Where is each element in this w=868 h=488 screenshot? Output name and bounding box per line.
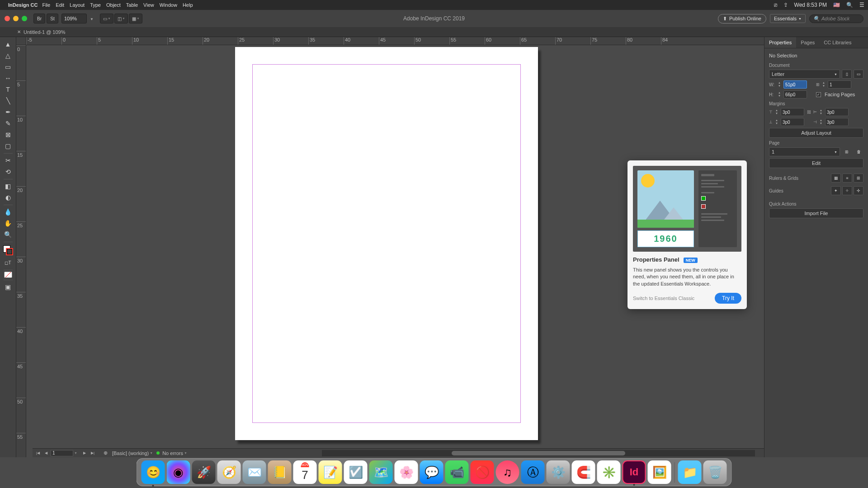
selection-tool[interactable]: ▲ xyxy=(2,39,14,50)
link-margins-icon[interactable]: ⛓ xyxy=(807,110,811,114)
dock-contacts[interactable]: 📒 xyxy=(268,460,292,484)
columns-input[interactable] xyxy=(828,80,851,89)
view-option-2[interactable]: ◫▼ xyxy=(114,14,128,23)
horizontal-scrollbar[interactable] xyxy=(322,450,755,456)
workspace-switcher[interactable]: Essentials ▼ xyxy=(770,14,806,23)
margin-left-input[interactable] xyxy=(825,108,849,116)
gradient-swatch-tool[interactable]: ◧ xyxy=(2,181,14,192)
margin-right-input[interactable] xyxy=(825,118,849,126)
ruler-toggle-button[interactable]: ▦ xyxy=(831,174,841,183)
formatting-container-icon[interactable]: ◻T xyxy=(2,257,14,268)
screen-mode-icon[interactable]: ▣ xyxy=(2,282,14,292)
dock-messages[interactable]: 💬 xyxy=(420,460,443,484)
pen-tool[interactable]: ✒ xyxy=(2,107,14,117)
zoom-dropdown-icon[interactable]: ▼ xyxy=(90,17,94,21)
menu-table[interactable]: Table xyxy=(126,2,138,8)
stock-button[interactable]: St xyxy=(47,14,58,23)
preflight-errors[interactable]: No errors xyxy=(162,450,183,456)
document-page[interactable] xyxy=(235,47,538,440)
minimize-window-button[interactable] xyxy=(13,16,19,21)
dock-notes[interactable]: 📝 xyxy=(319,460,342,484)
width-input[interactable] xyxy=(783,80,807,89)
page-number-input[interactable] xyxy=(51,450,73,456)
dock-trash[interactable]: 🗑️ xyxy=(703,460,727,484)
clock[interactable]: Wed 8:53 PM xyxy=(794,2,827,8)
dock-preview[interactable]: 🖼️ xyxy=(648,460,671,484)
page-tool[interactable]: ▭ xyxy=(2,61,14,72)
dock-photos[interactable]: 🌸 xyxy=(395,460,418,484)
dock-downloads[interactable]: 📁 xyxy=(678,460,702,484)
height-spinner[interactable]: ▲▼ xyxy=(777,91,782,98)
menu-layout[interactable]: Layout xyxy=(70,2,85,8)
free-transform-tool[interactable]: ⟲ xyxy=(2,166,14,177)
new-page-button[interactable]: ⊞ xyxy=(842,147,852,156)
try-it-button[interactable]: Try It xyxy=(715,293,741,304)
dock-calendar[interactable]: NOV7 xyxy=(293,460,317,484)
page-select[interactable]: 1▼ xyxy=(769,147,840,156)
edit-page-button[interactable]: Edit xyxy=(769,158,863,168)
view-option-3[interactable]: ▦▼ xyxy=(129,14,142,23)
baseline-grid-button[interactable]: ≡ xyxy=(842,174,852,183)
next-page-button[interactable]: ▶ xyxy=(81,450,88,456)
tab-properties[interactable]: Properties xyxy=(764,37,796,48)
tab-pages[interactable]: Pages xyxy=(796,37,819,48)
last-page-button[interactable]: ▶| xyxy=(89,450,96,456)
type-tool[interactable]: T xyxy=(2,84,14,95)
direct-selection-tool[interactable]: △ xyxy=(2,50,14,61)
scissors-tool[interactable]: ✂ xyxy=(2,155,14,166)
bridge-button[interactable]: Br xyxy=(33,14,45,23)
horizontal-ruler[interactable]: -50510152025303540455055606570758084 xyxy=(26,37,764,45)
page-preset-select[interactable]: Letter▼ xyxy=(769,70,840,79)
dock-launchpad[interactable]: 🚀 xyxy=(192,460,216,484)
app-name[interactable]: InDesign CC xyxy=(8,2,38,8)
menu-view[interactable]: View xyxy=(143,2,154,8)
menu-file[interactable]: File xyxy=(42,2,50,8)
switch-classic-link[interactable]: Switch to Essentials Classic xyxy=(633,296,694,301)
gap-tool[interactable]: ↔ xyxy=(2,73,14,84)
zoom-level-input[interactable]: 109% xyxy=(61,14,87,23)
dock-reminders[interactable]: ☑️ xyxy=(344,460,368,484)
smart-guides-button[interactable]: ✧ xyxy=(842,186,852,195)
line-tool[interactable]: ╲ xyxy=(2,95,14,106)
margin-top-input[interactable] xyxy=(781,108,804,116)
prev-page-button[interactable]: ◀ xyxy=(42,450,50,456)
dock-facetime[interactable]: 📹 xyxy=(445,460,469,484)
page-dropdown-icon[interactable]: ▼ xyxy=(74,451,77,455)
publish-online-button[interactable]: ⬆ Publish Online xyxy=(718,14,766,23)
flag-icon[interactable]: 🇺🇸 xyxy=(833,2,840,8)
close-tab-icon[interactable]: ✕ xyxy=(17,29,21,34)
import-file-button[interactable]: Import File xyxy=(769,208,863,218)
height-input[interactable] xyxy=(783,90,807,99)
screen-mirror-icon[interactable]: ⎚ xyxy=(774,2,777,8)
hand-tool[interactable]: ✋ xyxy=(2,218,14,229)
apply-color-icon[interactable] xyxy=(4,272,12,278)
dock-app-flower[interactable]: ✳️ xyxy=(597,460,621,484)
width-spinner[interactable]: ▲▼ xyxy=(777,81,782,88)
bluetooth-icon[interactable]: ⇪ xyxy=(783,2,788,8)
menu-type[interactable]: Type xyxy=(90,2,101,8)
zoom-tool[interactable]: 🔍 xyxy=(2,229,14,240)
document-tab[interactable]: ✕ Untitled-1 @ 109% xyxy=(17,29,66,35)
dock-mail[interactable]: ✉️ xyxy=(243,460,266,484)
orientation-landscape-button[interactable]: ▭ xyxy=(854,70,863,79)
dock-indesign[interactable]: Id xyxy=(623,460,646,484)
guides-toggle-button[interactable]: ✦ xyxy=(831,186,841,195)
ruler-origin[interactable] xyxy=(16,37,26,45)
dock-appstore[interactable]: Ⓐ xyxy=(521,460,545,484)
rectangle-tool[interactable]: ▢ xyxy=(2,141,14,151)
delete-page-button[interactable]: 🗑 xyxy=(854,147,863,156)
dock-system-preferences[interactable]: ⚙️ xyxy=(547,460,570,484)
menu-edit[interactable]: Edit xyxy=(56,2,64,8)
eyedropper-tool[interactable]: 💧 xyxy=(2,206,14,217)
gradient-feather-tool[interactable]: ◐ xyxy=(2,192,14,203)
fill-stroke-swatch[interactable] xyxy=(3,245,13,255)
open-panel-icon[interactable]: ⊕ xyxy=(104,450,108,456)
dock-itunes[interactable]: ♫ xyxy=(496,460,519,484)
tab-cclibraries[interactable]: CC Libraries xyxy=(819,37,856,48)
dock-safari[interactable]: 🧭 xyxy=(217,460,241,484)
document-grid-button[interactable]: ⊞ xyxy=(854,174,863,183)
close-window-button[interactable] xyxy=(5,16,10,21)
preflight-profile[interactable]: [Basic] (working) xyxy=(112,450,149,456)
dock-app-magnet[interactable]: 🧲 xyxy=(572,460,595,484)
pencil-tool[interactable]: ✎ xyxy=(2,118,14,129)
